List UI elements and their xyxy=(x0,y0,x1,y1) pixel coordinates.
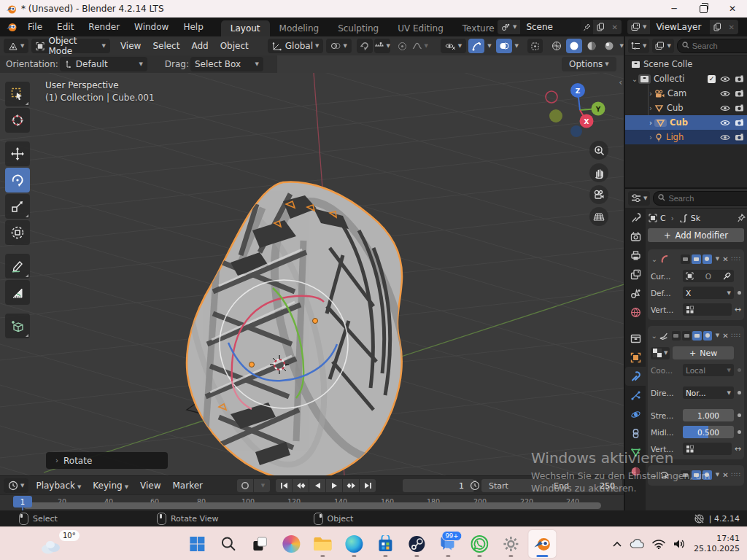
taskbar-clock[interactable]: 17:41 25.10.2025 xyxy=(694,534,740,555)
chat-button[interactable]: 99+ xyxy=(434,530,462,558)
panel-collapse-chevron[interactable]: ⌄ xyxy=(651,332,657,340)
tab-world[interactable] xyxy=(625,303,646,322)
texture-browse-button[interactable]: ▼ xyxy=(651,347,670,359)
proportional-falloff-dropdown[interactable]: ▼ xyxy=(412,39,428,53)
pin-icon[interactable] xyxy=(581,23,593,31)
settings-button[interactable] xyxy=(497,530,525,558)
toggle-realtime[interactable] xyxy=(692,254,701,264)
snap-toggle[interactable] xyxy=(357,39,373,53)
tab-render[interactable] xyxy=(625,227,646,246)
animate-dot[interactable] xyxy=(738,413,741,417)
timeline-editor-type-button[interactable]: ▼ xyxy=(4,478,28,493)
tab-object[interactable] xyxy=(625,348,646,367)
timeline-scrollbar[interactable] xyxy=(23,502,601,509)
modifier-extras-dropdown[interactable]: ▼ xyxy=(716,472,719,478)
tab-sculpting[interactable]: Sculpting xyxy=(328,20,388,36)
transform-orientation-dropdown[interactable]: Global▼ xyxy=(268,39,324,53)
add-modifier-button[interactable]: +Add Modifier xyxy=(648,228,744,242)
modifier-extras-dropdown[interactable]: ▼ xyxy=(716,332,719,338)
hide-eye-icon[interactable] xyxy=(720,76,730,82)
toggle-ortho-button[interactable] xyxy=(589,207,608,226)
steam-button[interactable] xyxy=(403,530,430,558)
minimize-button[interactable]: ─ xyxy=(659,0,689,18)
tab-uv-editing[interactable]: UV Editing xyxy=(388,20,453,36)
search-button[interactable] xyxy=(214,530,242,558)
navigation-gizmo[interactable]: Z Y X xyxy=(542,79,615,146)
play-button[interactable] xyxy=(326,479,342,492)
delete-modifier-button[interactable]: ✕ xyxy=(722,471,728,479)
outliner-row-cube[interactable]: › Cub xyxy=(625,101,747,115)
use-preview-range-icon[interactable] xyxy=(470,481,480,491)
toggle-render[interactable] xyxy=(703,470,712,480)
outliner-row-collection[interactable]: ⌄ Collecti ✓ xyxy=(625,71,747,86)
start-button[interactable] xyxy=(183,530,211,558)
deform-axis-dropdown[interactable]: X▼ xyxy=(683,287,734,299)
whatsapp-button[interactable] xyxy=(465,530,493,558)
animate-dot[interactable] xyxy=(738,368,741,372)
curve-object-field[interactable]: O xyxy=(683,270,734,282)
orientation-default-dropdown[interactable]: Default▼ xyxy=(60,57,147,71)
tab-object-data[interactable] xyxy=(625,443,646,462)
viewport-3d[interactable]: User Perspective (1) Collection | Cube.0… xyxy=(0,73,624,475)
scale-tool[interactable] xyxy=(5,194,30,219)
invert-vgroup-button[interactable]: ↔ xyxy=(735,444,741,454)
onedrive-icon[interactable] xyxy=(630,539,644,549)
timeline-menu-keying[interactable]: Keying▼ xyxy=(87,481,134,491)
shading-material-button[interactable] xyxy=(584,39,600,53)
toggle-render[interactable] xyxy=(703,254,712,264)
hide-eye-icon[interactable] xyxy=(720,105,730,112)
tab-collection[interactable] xyxy=(625,329,646,348)
drag-mode-dropdown[interactable]: Select Box▼ xyxy=(190,57,263,71)
gizmos-toggle[interactable] xyxy=(468,39,484,53)
annotate-tool[interactable] xyxy=(5,254,30,279)
outliner-row-scene-collection[interactable]: Scene Colle xyxy=(625,57,747,71)
menu-window[interactable]: Window xyxy=(127,18,176,36)
editor-type-button[interactable]: ▼ xyxy=(4,39,28,53)
mode-dropdown[interactable]: Object Mode▼ xyxy=(31,39,110,53)
shading-wireframe-button[interactable] xyxy=(549,39,565,53)
zoom-button[interactable] xyxy=(589,141,608,160)
tab-particles[interactable] xyxy=(625,386,646,405)
new-scene-button[interactable] xyxy=(593,20,608,34)
outliner-editor-type-button[interactable]: ▼ xyxy=(628,39,649,53)
disable-render-icon[interactable] xyxy=(735,119,744,126)
proportional-editing-toggle[interactable] xyxy=(395,39,411,53)
direction-dropdown[interactable]: Nor...▼ xyxy=(683,386,734,399)
breadcrumb-data-name[interactable]: Sk xyxy=(691,214,700,223)
menu-file[interactable]: File xyxy=(20,18,50,36)
camera-view-button[interactable] xyxy=(589,185,608,204)
animate-dot[interactable] xyxy=(738,391,741,394)
current-frame-marker[interactable]: 1 xyxy=(13,496,32,508)
tab-view-layer[interactable] xyxy=(625,265,646,284)
animate-dot[interactable] xyxy=(738,430,741,434)
toggle-realtime[interactable] xyxy=(692,470,701,480)
properties-search-input[interactable] xyxy=(653,191,747,206)
toggle-realtime[interactable] xyxy=(692,331,701,341)
sidebar-collapse-chevron[interactable]: ‹ xyxy=(619,77,622,88)
viewlayer-name[interactable]: ViewLayer xyxy=(650,20,709,34)
window-titlebar[interactable]: * (Unsaved) - Blender 4.2.14 LTS ─ ✕ xyxy=(0,0,747,18)
viewlayer-browse-button[interactable]: ▼ xyxy=(627,20,650,34)
options-dropdown[interactable]: Options▼ xyxy=(562,57,616,71)
drag-handle-icon[interactable]: ∷∷ xyxy=(732,255,741,262)
delete-modifier-button[interactable]: ✕ xyxy=(722,332,728,340)
tab-tool[interactable] xyxy=(625,208,646,227)
breadcrumb-object-name[interactable]: C xyxy=(660,214,666,223)
tab-modeling[interactable]: Modeling xyxy=(270,20,329,36)
disable-render-icon[interactable] xyxy=(735,90,744,97)
animate-dot[interactable] xyxy=(738,291,741,295)
tray-expand-icon[interactable] xyxy=(613,541,622,547)
properties-editor-type-button[interactable]: ▼ xyxy=(628,191,650,206)
tab-modifiers[interactable] xyxy=(625,367,646,386)
hide-eye-icon[interactable] xyxy=(720,120,730,126)
auto-keying-toggle[interactable] xyxy=(237,479,253,492)
menu-view[interactable]: View xyxy=(115,41,147,51)
select-box-tool[interactable] xyxy=(5,82,30,106)
copilot-button[interactable] xyxy=(277,530,305,558)
disable-render-icon[interactable] xyxy=(735,75,744,82)
shading-rendered-button[interactable] xyxy=(601,39,617,53)
wifi-icon[interactable] xyxy=(652,540,665,549)
pin-id-icon[interactable] xyxy=(738,214,746,222)
pivot-point-dropdown[interactable]: ▼ xyxy=(326,39,351,53)
menu-object[interactable]: Object xyxy=(214,41,255,51)
